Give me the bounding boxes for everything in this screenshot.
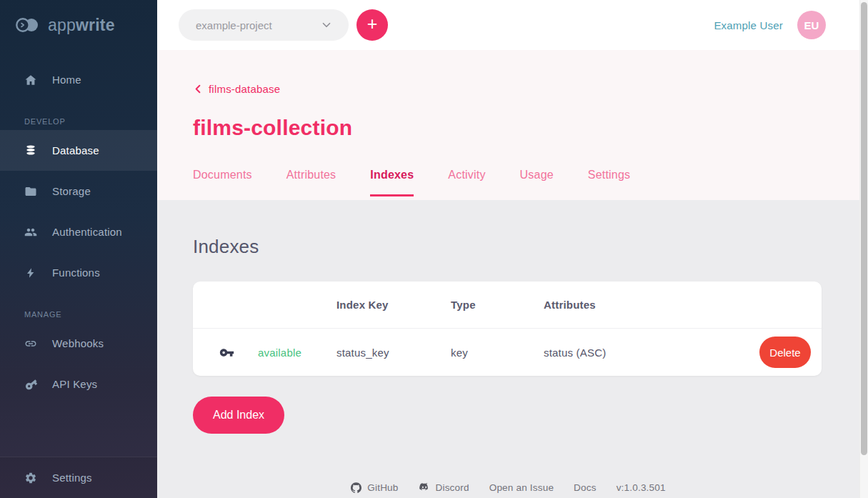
breadcrumb-label: films-database — [209, 83, 280, 95]
tab-indexes[interactable]: Indexes — [370, 169, 414, 196]
github-link[interactable]: GitHub — [351, 482, 398, 493]
sidebar-item-label: Settings — [52, 472, 92, 484]
project-selector-label: example-project — [196, 19, 272, 31]
column-header-attributes: Attributes — [544, 299, 732, 311]
add-project-button[interactable]: + — [356, 9, 388, 41]
index-type-cell: key — [451, 347, 544, 359]
users-icon — [24, 225, 38, 239]
home-icon — [24, 73, 38, 87]
table-row: available status_key key status (ASC) De… — [193, 329, 822, 376]
gear-icon — [24, 471, 38, 485]
scrollbar-thumb[interactable] — [861, 2, 867, 455]
github-label: GitHub — [367, 482, 398, 493]
sidebar-item-label: Webhooks — [52, 337, 104, 349]
appwrite-logo[interactable]: appwrite — [0, 0, 157, 50]
tab-attributes[interactable]: Attributes — [286, 169, 336, 196]
breadcrumb[interactable]: films-database — [193, 83, 280, 95]
index-key-cell: status_key — [336, 347, 451, 359]
project-selector[interactable]: example-project — [179, 9, 349, 41]
column-header-index-key: Index Key — [336, 299, 451, 311]
sidebar-item-label: Database — [52, 144, 99, 156]
appwrite-logo-text: appwrite — [48, 16, 115, 35]
index-attributes-cell: status (ASC) — [544, 347, 732, 359]
tab-documents[interactable]: Documents — [193, 169, 252, 196]
sidebar: appwrite Home DEVELOP Database Storage A… — [0, 0, 157, 498]
chevron-down-icon — [320, 19, 333, 31]
user-area: Example User EU — [714, 11, 826, 39]
sidebar-item-api-keys[interactable]: API Keys — [0, 364, 157, 404]
tab-bar: Documents Attributes Indexes Activity Us… — [193, 169, 630, 196]
sidebar-item-label: API Keys — [52, 378, 97, 390]
add-index-button[interactable]: Add Index — [193, 397, 284, 434]
sidebar-item-home[interactable]: Home — [0, 59, 157, 100]
database-icon — [24, 144, 38, 158]
sidebar-item-label: Home — [52, 74, 81, 86]
user-name-link[interactable]: Example User — [714, 19, 783, 31]
version-label: v:1.0.3.501 — [617, 482, 666, 493]
tab-usage[interactable]: Usage — [520, 169, 554, 196]
delete-index-button[interactable]: Delete — [759, 337, 811, 368]
key-icon — [21, 374, 41, 394]
sidebar-item-database[interactable]: Database — [0, 130, 157, 171]
scrollbar[interactable] — [859, 0, 868, 498]
discord-icon — [419, 483, 430, 492]
collection-header: films-database films-collection Document… — [157, 50, 859, 200]
link-icon — [24, 337, 38, 351]
index-status: available — [258, 347, 336, 359]
key-icon — [219, 345, 258, 360]
sidebar-item-storage[interactable]: Storage — [0, 171, 157, 211]
appwrite-logo-icon — [14, 16, 41, 34]
table-header-row: Index Key Type Attributes — [193, 282, 822, 329]
tab-activity[interactable]: Activity — [448, 169, 485, 196]
tab-settings[interactable]: Settings — [588, 169, 630, 196]
docs-link[interactable]: Docs — [574, 482, 597, 493]
open-issue-label: Open an Issue — [489, 482, 554, 493]
sidebar-section-manage: MANAGE — [0, 310, 157, 319]
sidebar-item-authentication[interactable]: Authentication — [0, 211, 157, 252]
sidebar-section-develop: DEVELOP — [0, 117, 157, 126]
avatar-initials: EU — [804, 19, 819, 31]
github-icon — [351, 482, 361, 493]
sidebar-item-webhooks[interactable]: Webhooks — [0, 323, 157, 364]
page-title: films-collection — [193, 116, 859, 140]
indexes-table: Index Key Type Attributes available stat… — [193, 282, 822, 376]
main-content: Indexes Index Key Type Attributes availa… — [157, 200, 859, 498]
footer: GitHub Discord Open an Issue Docs v:1.0.… — [157, 478, 859, 497]
sidebar-item-functions[interactable]: Functions — [0, 252, 157, 293]
sidebar-item-label: Functions — [52, 267, 100, 279]
docs-label: Docs — [574, 482, 597, 493]
section-title: Indexes — [193, 236, 859, 258]
discord-link[interactable]: Discord — [419, 482, 469, 493]
sidebar-item-label: Storage — [52, 185, 91, 197]
lightning-icon — [24, 266, 38, 280]
sidebar-item-settings[interactable]: Settings — [0, 457, 157, 498]
chevron-left-icon — [193, 84, 204, 94]
sidebar-item-label: Authentication — [52, 226, 122, 238]
discord-label: Discord — [436, 482, 469, 493]
topbar: example-project + Example User EU — [157, 0, 859, 50]
folder-icon — [24, 184, 38, 199]
column-header-type: Type — [451, 299, 544, 311]
open-issue-link[interactable]: Open an Issue — [489, 482, 554, 493]
avatar[interactable]: EU — [797, 11, 826, 39]
plus-icon: + — [367, 15, 378, 33]
